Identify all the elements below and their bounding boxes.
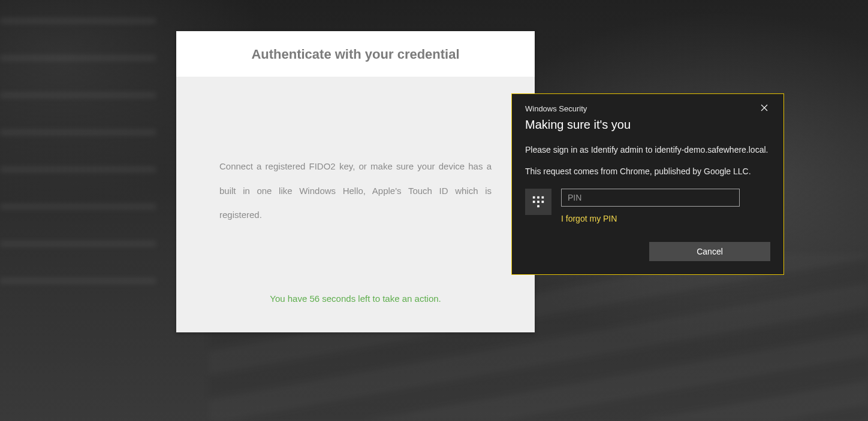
close-icon (761, 103, 768, 114)
windows-security-message-1: Please sign in as Identify admin to iden… (525, 144, 770, 156)
auth-card: Authenticate with your credential Connec… (176, 31, 535, 332)
cancel-button[interactable]: Cancel (649, 242, 770, 261)
auth-card-body: Connect a registered FIDO2 key, or make … (176, 77, 535, 332)
svg-rect-3 (533, 201, 535, 203)
svg-rect-6 (537, 205, 540, 207)
svg-rect-4 (537, 201, 540, 203)
windows-security-label: Windows Security (525, 104, 587, 113)
close-button[interactable] (758, 102, 770, 114)
auth-countdown: You have 56 seconds left to take an acti… (219, 228, 492, 314)
svg-rect-2 (542, 196, 544, 198)
auth-instructions: Connect a registered FIDO2 key, or make … (219, 155, 492, 228)
background-lines (0, 0, 156, 311)
windows-security-dialog: Windows Security Making sure it's you Pl… (511, 93, 784, 275)
windows-security-heading: Making sure it's you (525, 118, 770, 132)
auth-card-header: Authenticate with your credential (176, 31, 535, 77)
svg-rect-1 (537, 196, 540, 198)
svg-rect-5 (542, 201, 544, 203)
forgot-pin-link[interactable]: I forgot my PIN (561, 214, 617, 223)
svg-rect-0 (533, 196, 535, 198)
keypad-icon (525, 189, 551, 215)
pin-input[interactable] (561, 189, 740, 207)
auth-card-title: Authenticate with your credential (188, 47, 523, 62)
windows-security-message-2: This request comes from Chrome, publishe… (525, 165, 770, 177)
